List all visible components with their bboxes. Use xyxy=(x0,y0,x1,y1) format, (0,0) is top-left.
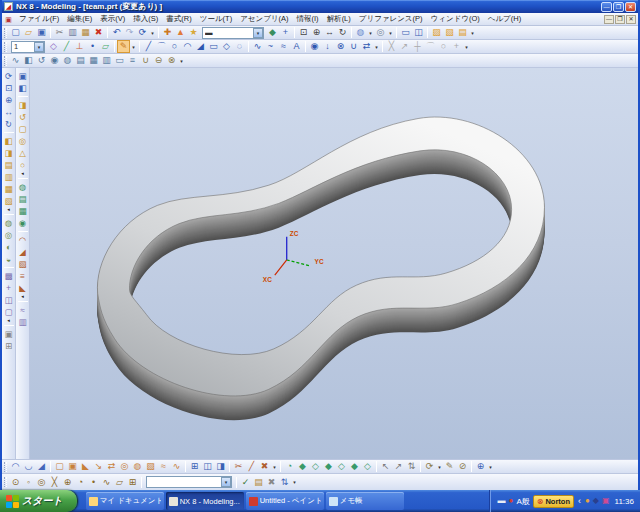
fillet-inactive-icon[interactable]: ⌒ xyxy=(424,40,437,53)
circle-inactive-icon[interactable]: ○ xyxy=(437,40,450,53)
pad-feature-icon[interactable]: ▦ xyxy=(87,54,100,67)
delete-icon[interactable]: ✖ xyxy=(92,26,105,39)
selection-filter-arrow-icon[interactable]: ▾ xyxy=(253,28,263,38)
general-selection-icon[interactable]: + xyxy=(279,26,292,39)
taskbar-button-notepad[interactable]: メモ帳 xyxy=(326,492,404,510)
arc-tool-icon[interactable]: ⌒ xyxy=(155,40,168,53)
update-icon[interactable]: ◆ xyxy=(593,497,599,505)
delete-face-icon[interactable]: ✖ xyxy=(258,460,271,473)
hole-feature-icon[interactable]: ◉ xyxy=(48,54,61,67)
master-model-icon[interactable]: ▣ xyxy=(17,70,29,82)
top-view-icon[interactable]: ▤ xyxy=(3,159,15,171)
construction-aid-icon[interactable]: ▤ xyxy=(252,476,265,489)
datum-plane-icon[interactable]: ◇ xyxy=(47,40,60,53)
cylinder-primitive-icon[interactable]: ◎ xyxy=(17,135,29,147)
pan-tool-icon[interactable]: ↔ xyxy=(3,106,15,118)
menu-item-11[interactable]: ヘルプ(H) xyxy=(484,14,525,24)
dropdown-arrow-icon[interactable]: ▾ xyxy=(387,30,394,36)
revolve-side-icon[interactable]: ↺ xyxy=(17,111,29,123)
snap-mid-point-icon[interactable]: ◦ xyxy=(22,476,35,489)
overflow-marker-icon[interactable]: ◂ xyxy=(18,171,28,176)
menu-item-7[interactable]: 情報(I) xyxy=(293,14,323,24)
spline-tool-icon[interactable]: ∿ xyxy=(251,40,264,53)
draft-icon[interactable]: ◣ xyxy=(79,460,92,473)
dropdown-arrow-icon[interactable]: ▾ xyxy=(436,464,443,470)
rectangle-tool-icon[interactable]: ▭ xyxy=(207,40,220,53)
taskbar-button-my-documents[interactable]: マイ ドキュメント xyxy=(86,492,164,510)
block-primitive-icon[interactable]: ▢ xyxy=(17,123,29,135)
helix-tool-icon[interactable]: ≈ xyxy=(277,40,290,53)
offset-surface-icon[interactable]: ↖ xyxy=(379,460,392,473)
dropdown-arrow-icon[interactable]: ▾ xyxy=(469,30,476,36)
taskbar-button-paint[interactable]: Untitled - ペイント xyxy=(246,492,324,510)
front-view-icon[interactable]: ▥ xyxy=(3,171,15,183)
fillet-tool-icon[interactable]: ◠ xyxy=(181,40,194,53)
menu-item-9[interactable]: プリファレンス(P) xyxy=(355,14,427,24)
extend-curve-icon[interactable]: ↗ xyxy=(398,40,411,53)
title-bar[interactable]: ◢ NX 8 - Modeling - [team.prt (変更あり) ] —… xyxy=(2,0,638,13)
work-layer-arrow-icon[interactable]: ▾ xyxy=(34,42,44,52)
start-button[interactable]: スタート xyxy=(0,490,77,512)
divide-curve-icon[interactable]: ┼ xyxy=(411,40,424,53)
snap-arc-center-icon[interactable]: ⊕ xyxy=(61,476,74,489)
intersect-curve-icon[interactable]: ⊗ xyxy=(334,40,347,53)
plane-tool-icon[interactable]: ▱ xyxy=(99,40,112,53)
orient-view-icon[interactable]: ▲ xyxy=(174,26,187,39)
layout-icon[interactable]: ◫ xyxy=(412,26,425,39)
wireframe-mode-icon[interactable]: ◎ xyxy=(3,229,15,241)
zoom-view-icon[interactable]: ⊕ xyxy=(310,26,323,39)
interpart-link-icon[interactable]: ⊕ xyxy=(474,460,487,473)
toolbar-handle[interactable] xyxy=(4,28,7,38)
sketch-icon[interactable]: ✎ xyxy=(117,40,130,53)
ime-indicator[interactable]: A般 xyxy=(516,496,529,507)
norton-badge[interactable]: ⊗Norton xyxy=(533,495,574,508)
offset-curve-icon[interactable]: ◉ xyxy=(308,40,321,53)
suppress-feature-icon[interactable]: ⊘ xyxy=(456,460,469,473)
studio-mode-icon[interactable]: ◒ xyxy=(3,253,15,265)
move-object-icon[interactable]: ⟳ xyxy=(423,460,436,473)
text-curve-icon[interactable]: A xyxy=(290,40,303,53)
toolbar-handle[interactable] xyxy=(4,462,7,472)
toolbar-handle[interactable] xyxy=(4,477,7,487)
boss-feature-icon[interactable]: ◍ xyxy=(61,54,74,67)
point-method-arrow-icon[interactable]: ▾ xyxy=(221,477,231,487)
fit-view-icon[interactable]: ⊡ xyxy=(297,26,310,39)
mdi-minimize-button[interactable]: — xyxy=(604,15,614,24)
sew-icon[interactable]: ≈ xyxy=(157,460,170,473)
thicken-side-icon[interactable]: ▥ xyxy=(17,316,29,328)
thicken-icon[interactable]: ▣ xyxy=(66,460,79,473)
scale-body-icon[interactable]: ⇄ xyxy=(105,460,118,473)
ruled-icon[interactable]: ◆ xyxy=(322,460,335,473)
copy-icon[interactable]: ▥ xyxy=(66,26,79,39)
cone-primitive-icon[interactable]: △ xyxy=(17,147,29,159)
toolbar-handle[interactable] xyxy=(4,56,7,66)
overflow-marker-icon[interactable]: ◂ xyxy=(4,207,14,212)
circle-tool-icon[interactable]: ○ xyxy=(168,40,181,53)
overflow-marker-icon[interactable]: ◂ xyxy=(4,318,14,323)
snap-control-point-icon[interactable]: ◎ xyxy=(35,476,48,489)
single-window-icon[interactable]: ▭ xyxy=(399,26,412,39)
line-tool-icon[interactable]: ╱ xyxy=(142,40,155,53)
menu-item-2[interactable]: 表示(V) xyxy=(96,14,129,24)
law-extension-icon[interactable]: ⇅ xyxy=(405,460,418,473)
chamfer-side-icon[interactable]: ◢ xyxy=(17,246,29,258)
dropdown-arrow-icon[interactable]: ▾ xyxy=(373,44,380,50)
datum-axis-icon[interactable]: ╱ xyxy=(60,40,73,53)
dropdown-arrow-icon[interactable]: ▾ xyxy=(463,44,470,50)
menu-item-1[interactable]: 編集(E) xyxy=(63,14,96,24)
wcs-display-icon[interactable]: + xyxy=(3,282,15,294)
trim-curve-icon[interactable]: ╳ xyxy=(385,40,398,53)
wcs-triad[interactable]: ZCYCXC xyxy=(263,230,324,284)
snapshot-icon[interactable]: ▣ xyxy=(3,328,15,340)
point-tool-icon[interactable]: • xyxy=(86,40,99,53)
trim-body-icon[interactable]: ✂ xyxy=(232,460,245,473)
undo-icon[interactable]: ↶ xyxy=(110,26,123,39)
trimetric-view-icon[interactable]: ◧ xyxy=(3,135,15,147)
shell-side-icon[interactable]: ▧ xyxy=(17,258,29,270)
snap-point-on-curve-icon[interactable]: ∿ xyxy=(100,476,113,489)
wrap-geometry-icon[interactable]: ∿ xyxy=(170,460,183,473)
redo-icon[interactable]: ↷ xyxy=(123,26,136,39)
pocket-side-icon[interactable]: ▤ xyxy=(17,193,29,205)
fit-all-icon[interactable]: ⊡ xyxy=(3,82,15,94)
snap-grid-point-icon[interactable]: ⊞ xyxy=(126,476,139,489)
